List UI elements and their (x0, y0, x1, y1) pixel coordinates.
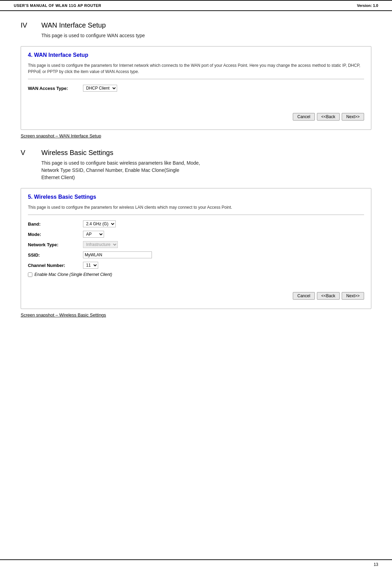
page-header: USER'S MANUAL OF WLAN 11G AP ROUTER Vers… (0, 0, 392, 11)
wireless-box-description: This page is used to configure the param… (28, 204, 364, 215)
wan-access-type-label: WAN Access Type: (28, 86, 83, 91)
mac-clone-label: Enable Mac Clone (Single Ethernet Client… (34, 272, 112, 277)
network-type-label: Network Type: (28, 242, 83, 247)
wan-box-description: This page is used to configure the param… (28, 62, 364, 79)
ssid-input[interactable] (83, 251, 152, 258)
wireless-screen-caption: Screen snapshot – Wireless Basic Setting… (21, 312, 371, 318)
wan-buttons-area: Cancel <<Back Next>> (28, 113, 364, 124)
network-type-select[interactable]: Infrastructure Ad Hoc (83, 241, 118, 248)
wan-interface-setup-box: 4. WAN Interface Setup This page is used… (21, 46, 371, 130)
wireless-basic-settings-box: 5. Wireless Basic Settings This page is … (21, 188, 371, 309)
band-label: Band: (28, 221, 83, 227)
section-iv: IV WAN Interface Setup This page is used… (21, 21, 371, 138)
header-version: Version: 1.0 (357, 3, 378, 8)
section-iv-roman: IV (21, 21, 34, 29)
section-v: V Wireless Basic Settings This page is u… (21, 149, 371, 318)
band-row: Band: 2.4 GHz (G) 5 GHz (28, 220, 364, 227)
wan-access-type-select[interactable]: DHCP Client Static IP PPPoE PPTP (83, 85, 117, 92)
ssid-label: SSID: (28, 252, 83, 258)
section-v-title: Wireless Basic Settings (41, 149, 113, 157)
page-number: 13 (374, 562, 378, 567)
ssid-row: SSID: (28, 251, 364, 258)
mode-select[interactable]: AP Client WDS (83, 231, 104, 238)
section-v-heading: V Wireless Basic Settings (21, 149, 371, 157)
band-select[interactable]: 2.4 GHz (G) 5 GHz (83, 220, 116, 227)
channel-number-row: Channel Number: 1 2 6 11 (28, 262, 364, 269)
main-content: IV WAN Interface Setup This page is used… (0, 21, 392, 318)
wan-back-button[interactable]: <<Back (317, 113, 340, 121)
section-v-description: This page is used to configure basic wir… (41, 159, 371, 181)
wireless-next-button[interactable]: Next>> (342, 292, 364, 300)
mac-clone-checkbox[interactable] (28, 272, 32, 277)
section-iv-title: WAN Interface Setup (41, 21, 106, 29)
wan-box-title: 4. WAN Interface Setup (28, 52, 364, 58)
wireless-buttons-area: Cancel <<Back Next>> (28, 292, 364, 303)
section-iv-heading: IV WAN Interface Setup (21, 21, 371, 29)
channel-number-label: Channel Number: (28, 263, 83, 268)
wan-access-type-row: WAN Access Type: DHCP Client Static IP P… (28, 85, 364, 92)
page-footer: 13 (0, 559, 392, 569)
wan-screen-caption: Screen snapshot – WAN Interface Setup (21, 133, 371, 138)
wireless-cancel-button[interactable]: Cancel (293, 292, 314, 300)
wireless-box-title: 5. Wireless Basic Settings (28, 194, 364, 200)
section-iv-description: This page is used to configure WAN acces… (41, 32, 371, 39)
header-title: USER'S MANUAL OF WLAN 11G AP ROUTER (14, 3, 101, 8)
channel-number-select[interactable]: 1 2 6 11 (83, 262, 98, 269)
wan-cancel-button[interactable]: Cancel (293, 113, 314, 121)
mac-clone-row: Enable Mac Clone (Single Ethernet Client… (28, 272, 364, 277)
network-type-row: Network Type: Infrastructure Ad Hoc (28, 241, 364, 248)
mode-label: Mode: (28, 232, 83, 237)
wireless-back-button[interactable]: <<Back (317, 292, 340, 300)
mode-row: Mode: AP Client WDS (28, 231, 364, 238)
wan-next-button[interactable]: Next>> (342, 113, 364, 121)
section-v-roman: V (21, 149, 34, 157)
